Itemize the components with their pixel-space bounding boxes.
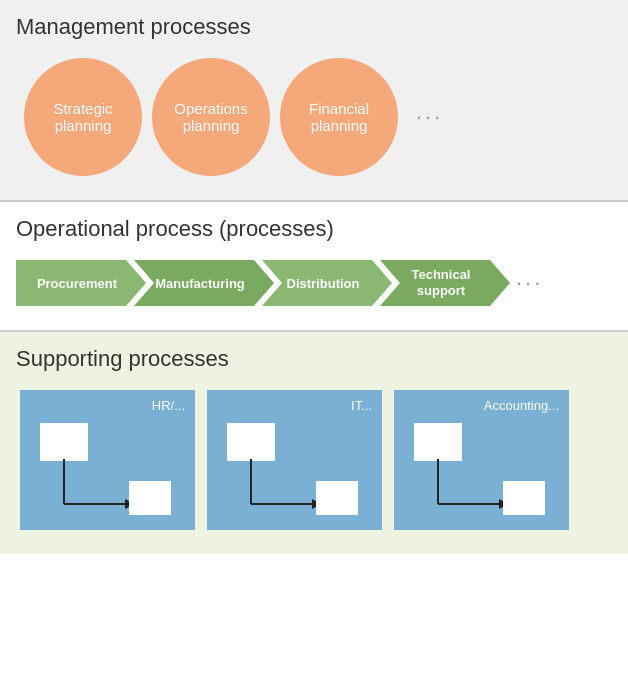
box-bottom-1 (316, 481, 358, 515)
arrow-label-2: Distribution (277, 276, 378, 291)
card-it: IT... (207, 390, 382, 530)
box-bottom-2 (503, 481, 545, 515)
card-label-1: IT... (217, 398, 372, 413)
arrow-manufacturing: Manufacturing (134, 260, 274, 306)
operational-title: Operational process (processes) (16, 216, 612, 242)
circle-label-1: Operationsplanning (174, 100, 247, 134)
box-bottom-0 (129, 481, 171, 515)
card-label-2: Accounting... (404, 398, 559, 413)
card-diagram-0 (30, 419, 185, 519)
card-hr: HR/... (20, 390, 195, 530)
card-diagram-2 (404, 419, 559, 519)
card-accounting: Accounting... (394, 390, 569, 530)
card-diagram-1 (217, 419, 372, 519)
management-title: Management processes (16, 14, 612, 40)
circle-label-0: Strategicplanning (53, 100, 112, 134)
circle-strategic: Strategicplanning (24, 58, 142, 176)
arrow-distribution: Distribution (262, 260, 392, 306)
arrows-row: Procurement Manufacturing Distribution T… (16, 256, 612, 314)
circles-row: Strategicplanning Operationsplanning Fin… (16, 54, 612, 184)
operational-section: Operational process (processes) Procurem… (0, 202, 628, 332)
operational-dots: ··· (516, 270, 543, 296)
supporting-section: Supporting processes HR/... IT... (0, 332, 628, 554)
cards-row: HR/... IT... (16, 386, 612, 538)
arrow-label-1: Manufacturing (145, 276, 263, 291)
card-label-0: HR/... (30, 398, 185, 413)
circle-label-2: Financialplanning (309, 100, 369, 134)
arrow-technical: Technicalsupport (380, 260, 510, 306)
circle-operations: Operationsplanning (152, 58, 270, 176)
circle-financial: Financialplanning (280, 58, 398, 176)
management-dots: ··· (416, 104, 443, 130)
management-section: Management processes Strategicplanning O… (0, 0, 628, 202)
arrow-label-0: Procurement (27, 276, 135, 291)
supporting-title: Supporting processes (16, 346, 612, 372)
arrow-label-3: Technicalsupport (401, 267, 488, 298)
arrow-procurement: Procurement (16, 260, 146, 306)
